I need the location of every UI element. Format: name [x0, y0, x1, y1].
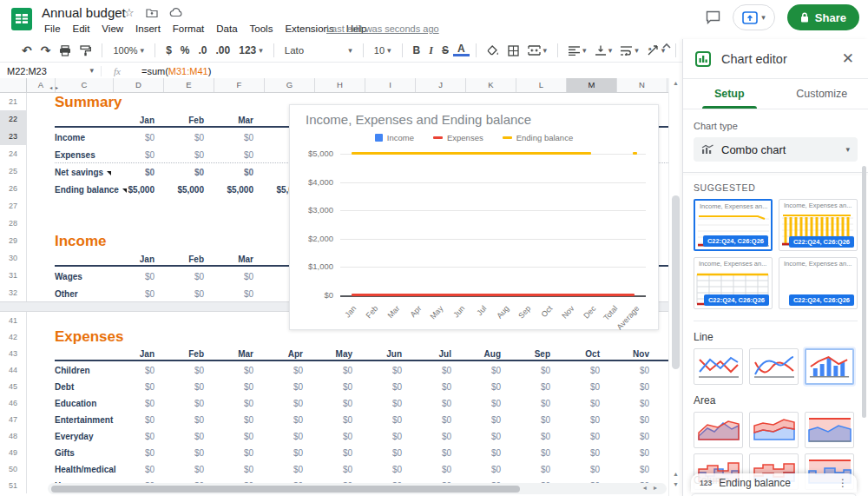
value-cell[interactable]: $0 [161, 382, 211, 392]
row-content[interactable]: JanFebMarAprMayJunJulAugSepOctNov [27, 345, 668, 361]
value-cell[interactable]: $0 [508, 382, 557, 392]
format-currency-button[interactable]: $ [161, 44, 176, 56]
row-header-30[interactable]: 30 [0, 249, 27, 267]
decrease-decimals-button[interactable]: .0 [194, 44, 212, 56]
row-label[interactable]: Expenses [55, 150, 95, 160]
row-label[interactable]: Debt [55, 382, 74, 392]
tab-customize[interactable]: Customize [776, 79, 868, 109]
month-header-cell[interactable]: Nov [607, 349, 656, 359]
menu-view[interactable]: View [95, 22, 129, 36]
hscroll-arrows-icon[interactable]: ◂ ▸ [643, 484, 660, 492]
value-cell[interactable]: $0 [112, 382, 161, 392]
value-cell[interactable]: $0 [607, 448, 656, 458]
name-box[interactable]: M22:M23▾ [0, 66, 101, 76]
horizontal-align-button[interactable]: ▾ [564, 46, 591, 56]
value-cell[interactable]: $0 [211, 382, 260, 392]
row-header-45[interactable]: 45 [0, 378, 27, 394]
row-header-31[interactable]: 31 [0, 267, 27, 284]
panel-scrollbar-thumb[interactable] [862, 166, 866, 418]
chart-type-select[interactable]: Combo chart ▾ [694, 137, 858, 162]
value-cell[interactable]: $0 [161, 150, 211, 160]
more-formats-button[interactable]: 123▾ [234, 44, 267, 56]
value-cell[interactable]: $0 [112, 465, 161, 474]
value-cell[interactable]: $0 [211, 465, 260, 474]
doc-title[interactable]: Annual budget [42, 5, 126, 20]
month-header-cell[interactable]: Jan [112, 349, 161, 359]
area-chart-thumb[interactable] [694, 412, 743, 448]
text-color-button[interactable]: A [453, 44, 470, 56]
column-header-L[interactable]: L [516, 78, 567, 92]
column-header-H[interactable]: H [315, 78, 365, 92]
value-cell[interactable]: $0 [359, 382, 409, 392]
font-size-select[interactable]: 10▾ [370, 45, 396, 56]
value-cell[interactable]: $0 [112, 415, 161, 425]
value-cell[interactable]: $0 [508, 415, 557, 425]
row-header-25[interactable]: 25 [0, 162, 27, 180]
doc-status-cloud-icon[interactable] [169, 8, 183, 17]
row-label[interactable]: Education [55, 399, 96, 408]
suggested-chart-thumb[interactable]: Income, Expenses an...C22:Q24, C26:Q26 [694, 257, 773, 309]
suggested-chart-thumb[interactable]: Income, Expenses an...C22:Q24, C26:Q26 [694, 199, 773, 251]
value-cell[interactable]: $0 [161, 448, 211, 458]
value-cell[interactable]: $0 [310, 382, 359, 392]
value-cell[interactable]: $0 [211, 399, 260, 408]
row-header-27[interactable]: 27 [0, 197, 27, 215]
star-icon[interactable]: ☆ [124, 6, 135, 19]
move-folder-icon[interactable] [146, 8, 158, 18]
value-cell[interactable]: $0 [557, 448, 607, 458]
column-header-K[interactable]: K [466, 78, 516, 92]
value-cell[interactable]: $0 [112, 289, 161, 299]
line-chart-thumb[interactable] [805, 348, 854, 385]
value-cell[interactable]: $0 [211, 289, 260, 299]
row-header-42[interactable]: 42 [0, 328, 27, 345]
value-cell[interactable]: $0 [508, 465, 557, 474]
bold-button[interactable]: B [409, 44, 425, 56]
row-header-43[interactable]: 43 [0, 345, 27, 361]
column-header-F[interactable]: F [214, 78, 265, 92]
row-label[interactable]: Children [55, 366, 90, 375]
undo-button[interactable]: ↶ [17, 43, 36, 57]
menu-format[interactable]: Format [167, 22, 210, 36]
value-cell[interactable]: $0 [161, 133, 211, 142]
value-cell[interactable]: $0 [260, 382, 310, 392]
value-cell[interactable]: $0 [161, 432, 211, 441]
menu-edit[interactable]: Edit [67, 22, 96, 36]
sheets-logo-icon[interactable] [10, 8, 33, 30]
value-cell[interactable]: $0 [112, 168, 161, 177]
value-cell[interactable]: $0 [508, 366, 557, 375]
row-header-50[interactable]: 50 [0, 460, 27, 477]
row-content[interactable]: Education$0$0$0$0$0$0$0$0$0$0$0 [27, 394, 668, 411]
row-header-21[interactable]: 21 [0, 93, 27, 110]
comments-icon[interactable] [706, 10, 720, 24]
value-cell[interactable]: $0 [458, 448, 508, 458]
value-cell[interactable]: $0 [260, 415, 310, 425]
row-header-41[interactable]: 41 [0, 312, 27, 328]
row-header-44[interactable]: 44 [0, 361, 27, 378]
value-cell[interactable]: $0 [458, 366, 508, 375]
month-header-cell[interactable]: Jan [112, 255, 161, 264]
column-header-C[interactable]: C [56, 78, 114, 92]
value-cell[interactable]: $0 [458, 432, 508, 441]
value-cell[interactable]: $0 [557, 399, 607, 408]
value-cell[interactable]: $0 [458, 415, 508, 425]
value-cell[interactable]: $0 [607, 382, 656, 392]
value-cell[interactable]: $0 [260, 366, 310, 375]
row-header-46[interactable]: 46 [0, 394, 27, 411]
column-header-I[interactable]: I [365, 78, 416, 92]
menu-data[interactable]: Data [210, 22, 243, 36]
value-cell[interactable]: $0 [310, 415, 359, 425]
value-cell[interactable]: $0 [359, 366, 409, 375]
month-header-cell[interactable]: Mar [211, 349, 260, 359]
value-cell[interactable]: $0 [161, 465, 211, 474]
row-label[interactable]: Health/medical [55, 465, 116, 474]
value-cell[interactable]: $0 [607, 399, 656, 408]
value-cell[interactable]: $0 [211, 366, 260, 375]
more-options-icon[interactable]: ⋮ [838, 477, 848, 489]
value-cell[interactable]: $0 [359, 465, 409, 474]
font-select[interactable]: Lato▾ [280, 45, 357, 56]
value-cell[interactable]: $0 [409, 432, 458, 441]
value-cell[interactable]: $0 [260, 399, 310, 408]
value-cell[interactable]: $0 [359, 432, 409, 441]
value-cell[interactable]: $0 [557, 415, 607, 425]
month-header-cell[interactable]: Mar [211, 255, 260, 264]
